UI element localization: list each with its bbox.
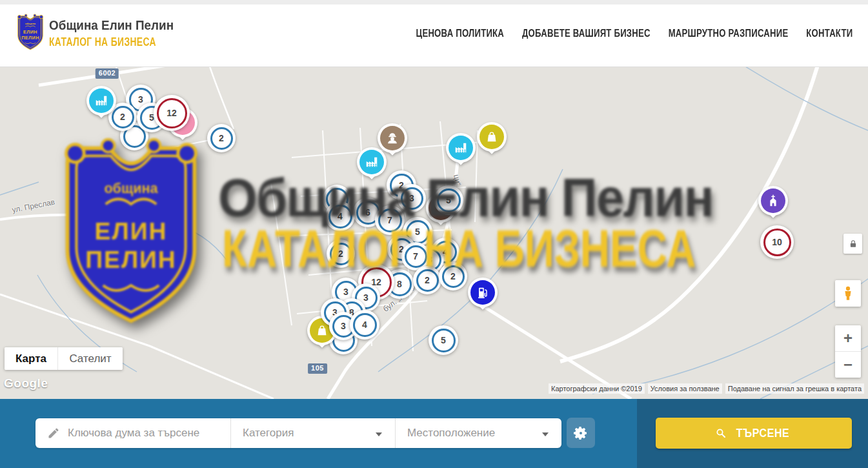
attribution-link[interactable]: Подаване на сигнал за грешка в картата — [725, 383, 864, 394]
nav-item[interactable]: ДОБАВЕТЕ ВАШИЯТ БИЗНЕС — [522, 28, 651, 39]
cluster-marker[interactable]: 12 — [154, 95, 190, 131]
map-type-map-button[interactable]: Карта — [5, 347, 57, 370]
brand-subtitle: КАТАЛОГ НА БИЗНЕСА — [49, 35, 156, 49]
church-icon — [766, 194, 780, 208]
lock-button[interactable] — [843, 234, 862, 254]
attribution-link[interactable]: Условия за ползване — [648, 383, 722, 394]
category-pin[interactable] — [357, 147, 387, 186]
map-type-switcher: Карта Сателит — [5, 347, 123, 370]
brand-title: Община Елин Пелин — [49, 17, 181, 33]
worker-icon — [385, 131, 399, 145]
street-view-pegman-button[interactable] — [835, 280, 861, 307]
factory-icon — [94, 94, 108, 108]
pencil-icon — [47, 427, 60, 440]
map-attribution: Картографски данни ©2019Условия за ползв… — [549, 383, 864, 394]
category-dropdown[interactable]: Категория — [230, 418, 395, 448]
category-pin[interactable] — [446, 133, 476, 172]
cluster-marker[interactable]: 2 — [413, 266, 441, 294]
search-icon — [715, 427, 727, 439]
pegman-icon — [840, 285, 856, 302]
shield-text-top: община — [25, 22, 36, 25]
cluster-marker[interactable]: 2 — [207, 124, 236, 152]
shield-text-line2: ПЕЛИН — [21, 35, 39, 41]
cluster-marker[interactable]: 5 — [434, 185, 463, 215]
nav-item[interactable]: ЦЕНОВА ПОЛИТИКА — [416, 28, 504, 39]
factory-icon — [454, 141, 468, 155]
cluster-marker[interactable]: 7 — [375, 205, 405, 235]
category-pin[interactable] — [477, 122, 507, 161]
keyword-search-input[interactable] — [68, 427, 216, 440]
cluster-marker[interactable]: 4 — [325, 201, 355, 231]
shopping-bag-icon — [485, 130, 499, 144]
location-dropdown-label: Местоположение — [407, 427, 495, 440]
shield-text-line1: ЕЛИН — [23, 29, 37, 35]
map-canvas[interactable]: ул. Преславбул. „Новоселци“ци“6002105 32… — [0, 67, 868, 399]
gear-icon — [573, 425, 589, 441]
shopping-bag-icon — [315, 323, 329, 338]
cluster-marker[interactable]: 2 — [327, 239, 355, 268]
main-nav: ЦЕНОВА ПОЛИТИКАДОБАВЕТЕ ВАШИЯТ БИЗНЕСМАР… — [416, 0, 853, 67]
search-button[interactable]: ТЪРСЕНЕ — [656, 418, 852, 449]
municipality-logo[interactable]: община ЕЛИН ПЕЛИН — [15, 13, 45, 52]
markers-layer: 32512223564752248782231238334510 — [0, 67, 868, 399]
advanced-settings-button[interactable] — [567, 418, 595, 448]
zoom-in-button[interactable]: + — [835, 325, 861, 352]
fuel-icon — [476, 285, 490, 300]
zoom-out-button[interactable]: − — [835, 352, 861, 378]
lock-icon — [849, 239, 858, 249]
search-panel: Категория Местоположение ТЪРСЕНЕ — [0, 399, 868, 468]
search-button-label: ТЪРСЕНЕ — [736, 427, 790, 440]
cluster-marker[interactable]: 10 — [760, 225, 794, 259]
nav-item[interactable]: КОНТАКТИ — [806, 28, 853, 39]
cluster-marker[interactable]: 2 — [439, 262, 467, 290]
category-pin[interactable] — [468, 278, 498, 316]
page: ул. Преславбул. „Новоселци“ци“6002105 32… — [0, 0, 868, 468]
keyword-section — [35, 418, 230, 448]
zoom-controls: + − — [835, 325, 861, 378]
category-pin[interactable] — [86, 86, 116, 125]
search-bar: Категория Местоположение — [35, 418, 561, 448]
nav-item[interactable]: МАРШРУТНО РАЗПИСАНИЕ — [668, 28, 788, 39]
header: община ЕЛИН ПЕЛИН Община Елин Пелин КАТА… — [0, 0, 868, 67]
brand-block[interactable]: Община Елин Пелин КАТАЛОГ НА БИЗНЕСА — [49, 17, 196, 49]
cluster-marker[interactable]: 5 — [429, 325, 458, 355]
factory-icon — [365, 155, 379, 169]
map-type-satellite-button[interactable]: Сателит — [57, 347, 123, 370]
location-dropdown[interactable]: Местоположение — [395, 418, 561, 448]
attribution-text: Картографски данни ©2019 — [549, 383, 645, 394]
chevron-down-icon[interactable] — [376, 427, 382, 439]
category-pin[interactable] — [758, 186, 788, 225]
cluster-marker[interactable]: 3 — [398, 184, 426, 212]
google-logo[interactable]: Google — [4, 376, 48, 391]
category-dropdown-label: Категория — [243, 427, 294, 440]
chevron-down-icon[interactable] — [542, 427, 549, 439]
cluster-marker[interactable]: 4 — [350, 310, 379, 340]
